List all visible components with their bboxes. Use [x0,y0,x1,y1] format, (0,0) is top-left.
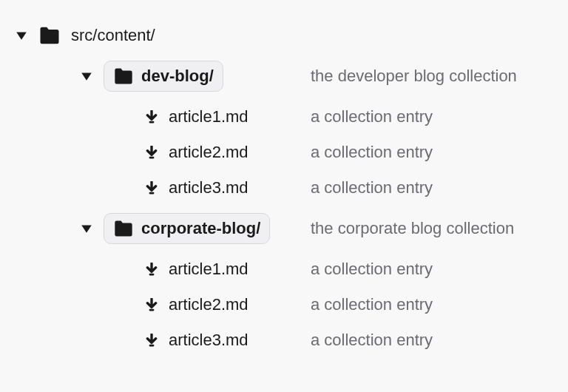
disclosure-triangle-icon[interactable] [80,222,93,235]
tree-row-name: dev-blog/ [15,61,311,92]
download-arrow-icon [145,110,158,124]
tree-row-file: article3.md a collection entry [15,170,553,206]
disclosure-triangle-icon[interactable] [80,70,93,83]
folder-icon [113,218,134,239]
file-label: article1.md [169,107,248,126]
folder-chip[interactable]: dev-blog/ [104,61,223,92]
tree-row-name: article3.md [15,331,311,350]
file-label: article3.md [169,178,248,197]
file-label: article3.md [169,331,248,350]
folder-label: corporate-blog/ [141,219,260,238]
download-arrow-icon [145,181,158,195]
download-arrow-icon [145,146,158,159]
tree-row-folder: dev-blog/ the developer blog collection [15,53,553,99]
folder-description: the developer blog collection [311,67,517,86]
file-description: a collection entry [311,107,433,126]
download-arrow-icon [145,334,158,347]
tree-row-file: article1.md a collection entry [15,99,553,135]
file-description: a collection entry [311,143,433,162]
tree-row-file: article2.md a collection entry [15,135,553,170]
tree-row-file: article3.md a collection entry [15,322,553,358]
svg-rect-2 [149,192,155,195]
folder-icon [38,24,61,47]
file-label: article2.md [169,143,248,162]
tree-row-name: article2.md [15,295,311,314]
folder-label: dev-blog/ [141,67,214,86]
tree-row-name: corporate-blog/ [15,213,311,244]
file-description: a collection entry [311,295,433,314]
svg-rect-5 [149,345,155,347]
svg-rect-1 [149,157,155,159]
folder-icon [113,66,134,87]
tree-row-name: src/content/ [15,24,311,47]
download-arrow-icon [145,263,158,276]
file-label: article1.md [169,260,248,279]
tree-row-file: article1.md a collection entry [15,251,553,287]
file-description: a collection entry [311,260,433,279]
folder-chip[interactable]: corporate-blog/ [104,213,270,244]
file-description: a collection entry [311,178,433,197]
svg-rect-3 [149,274,155,276]
tree-row-root: src/content/ [15,18,553,53]
tree-row-name: article1.md [15,107,311,126]
tree-row-name: article3.md [15,178,311,197]
tree-row-name: article2.md [15,143,311,162]
disclosure-triangle-icon[interactable] [15,29,28,42]
tree-row-folder: corporate-blog/ the corporate blog colle… [15,206,553,251]
tree-row-name: article1.md [15,260,311,279]
download-arrow-icon [145,298,158,311]
folder-description: the corporate blog collection [311,219,514,238]
svg-rect-4 [149,309,155,311]
root-label: src/content/ [71,26,155,45]
tree-row-file: article2.md a collection entry [15,287,553,322]
file-description: a collection entry [311,331,433,350]
file-label: article2.md [169,295,248,314]
svg-rect-0 [149,121,155,124]
